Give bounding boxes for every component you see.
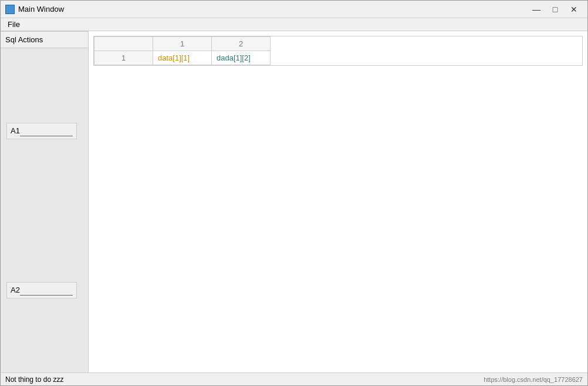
cell-1-2: dada[1][2] [212, 51, 271, 65]
data-table-container: 1 2 1 data[1][1] dada[1][2] [93, 36, 583, 66]
data-table: 1 2 1 data[1][1] dada[1][2] [94, 36, 271, 65]
input-a2-wrapper: A2 [6, 282, 77, 298]
title-bar-left: Main Window [5, 5, 64, 14]
maximize-button[interactable]: □ [546, 4, 564, 15]
sidebar: Sql Actions A1 A2 [1, 31, 89, 372]
cell-1-1: data[1][1] [153, 51, 212, 65]
status-bar: Not thing to do zzz https://blog.csdn.ne… [1, 372, 587, 385]
input-a1-field[interactable] [20, 126, 73, 136]
status-text: Not thing to do zzz [5, 375, 63, 384]
minimize-button[interactable]: — [528, 4, 545, 15]
input-a2-label: A2 [11, 286, 20, 294]
table-col-header-2: 2 [212, 37, 271, 51]
row-number: 1 [94, 51, 153, 65]
main-window: Main Window — □ ✕ File Sql Actions A1 A2 [0, 0, 588, 386]
window-icon [5, 5, 15, 14]
close-button[interactable]: ✕ [565, 4, 583, 15]
input-a2-field[interactable] [20, 285, 73, 296]
main-panel: 1 2 1 data[1][1] dada[1][2] [89, 31, 587, 372]
menu-file[interactable]: File [3, 19, 25, 30]
title-bar: Main Window — □ ✕ [1, 1, 587, 18]
window-title: Main Window [18, 5, 64, 14]
status-url: https://blog.csdn.net/qq_17728627 [484, 376, 583, 383]
sidebar-inputs: A1 A2 [1, 48, 88, 372]
input-a1-label: A1 [11, 126, 20, 135]
table-corner [94, 37, 153, 51]
input-a1-wrapper: A1 [6, 123, 77, 139]
sidebar-item-sql-actions[interactable]: Sql Actions [1, 31, 88, 48]
title-controls: — □ ✕ [528, 4, 583, 15]
table-row: 1 data[1][1] dada[1][2] [94, 51, 271, 65]
content-area: Sql Actions A1 A2 [1, 31, 587, 372]
table-col-header-1: 1 [153, 37, 212, 51]
menu-bar: File [1, 18, 587, 31]
